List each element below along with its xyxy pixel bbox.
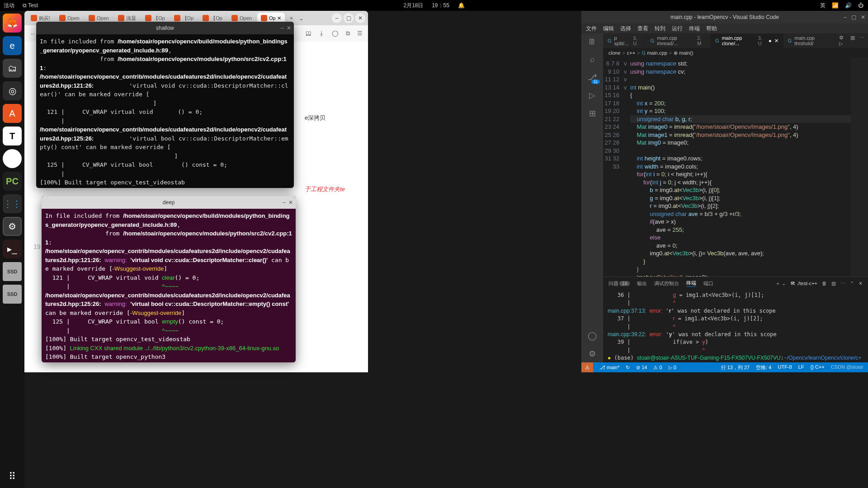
menu-item[interactable]: 编辑	[603, 25, 614, 33]
watermark: CSDN @stoair	[831, 364, 863, 371]
menu-icon[interactable]: ☰	[357, 30, 363, 37]
account-icon[interactable]: ◯	[588, 331, 597, 341]
disk2-icon[interactable]: SSD	[3, 285, 22, 304]
new-terminal-icon[interactable]: ＋ ⌄	[775, 280, 786, 287]
extensions-icon[interactable]: ⊞	[589, 108, 596, 118]
text-editor-icon[interactable]: T	[3, 127, 22, 145]
extension-icon[interactable]: ⧉	[346, 30, 350, 37]
language-mode[interactable]: {} C++	[811, 364, 825, 371]
menu-item[interactable]: 帮助	[706, 25, 717, 33]
editor-tab[interactable]: G main.cpp imread/... 2, M	[646, 33, 711, 48]
tab-overflow-icon[interactable]: ⌄	[299, 15, 304, 22]
baidu-netdisk-icon[interactable]: ☁	[3, 149, 22, 168]
explorer-icon[interactable]: 🗎	[588, 37, 596, 47]
minimize-button[interactable]: –	[844, 14, 847, 20]
window-title: main.cpp - learnOpencv - Visual Studio C…	[670, 14, 779, 20]
rhythmbox-icon[interactable]: ◎	[3, 81, 22, 100]
run-icon[interactable]: ⚙ ▷	[839, 35, 846, 47]
term-min-icon[interactable]: –	[281, 25, 284, 31]
remote-indicator[interactable]: ⚠	[581, 362, 593, 372]
maximize-button[interactable]: ▢	[851, 14, 856, 20]
error-count[interactable]: ⊘ 14	[636, 365, 647, 371]
terminal-title: shallow	[156, 25, 174, 31]
download-icon[interactable]: ⭳	[319, 30, 325, 37]
volume-icon[interactable]: 🔊	[845, 2, 852, 9]
tab-terminal[interactable]: 终端	[686, 280, 696, 287]
term-min-icon[interactable]: –	[283, 199, 286, 206]
pycharm-icon[interactable]: PC	[3, 172, 22, 191]
search-icon[interactable]: ⌕	[590, 55, 595, 64]
menu-item[interactable]: 查看	[637, 25, 648, 33]
editor-tabs: G p split/... 3, UG main.cpp imread/... …	[603, 33, 868, 48]
split-terminal-icon[interactable]: ▥	[831, 281, 836, 286]
status-bar: ⚠ ⎇ main* ↻ ⊘ 14 ⚠ 0 ▷ 0 行 13，列 27 空格: 4…	[581, 362, 868, 372]
ubuntu-software-icon[interactable]: A	[3, 104, 22, 123]
sync-icon[interactable]: ↻	[626, 365, 630, 371]
vscode-icon[interactable]: ⋮⋮	[3, 194, 22, 213]
back-button[interactable]: ←	[30, 30, 36, 37]
tab-output[interactable]: 输出	[637, 280, 647, 287]
new-tab-button[interactable]: ＋	[288, 14, 294, 22]
settings-icon[interactable]: ⚙	[3, 217, 22, 236]
menu-item[interactable]: 运行	[672, 25, 683, 33]
account-icon[interactable]: ◯	[332, 30, 339, 37]
editor-tab[interactable]: G p split/... 3, U	[603, 33, 646, 48]
bottom-panel: 问题14 输出 调试控制台 终端 端口 ＋ ⌄ 🛠 ./test-c++ 🗑 ▥…	[603, 277, 868, 362]
input-method[interactable]: 英	[820, 2, 826, 9]
menu-item[interactable]: 文件	[586, 25, 597, 33]
indent-status[interactable]: 空格: 4	[756, 364, 771, 371]
tab-problems[interactable]: 问题14	[609, 280, 630, 287]
editor-tab[interactable]: G main.cpp thrshold/	[783, 33, 835, 48]
eol-status[interactable]: LF	[798, 364, 804, 371]
trash-icon[interactable]: 🗑	[822, 281, 827, 286]
edge-icon[interactable]: e	[3, 36, 22, 55]
breadcrumb[interactable]: clone > c++ > G main.cpp > ⊕ main()	[603, 48, 868, 58]
code-editor[interactable]: 6 7 8 9 10 11 12 13 14 15 16 17 18 19 20…	[603, 58, 868, 277]
tab-ports[interactable]: 端口	[703, 280, 713, 287]
kill-terminal-icon[interactable]: ⋯	[840, 281, 845, 286]
activities-button[interactable]: 活动	[4, 2, 14, 9]
menu-item[interactable]: 终端	[689, 25, 700, 33]
line-number: 19	[33, 243, 41, 250]
minimap[interactable]	[851, 58, 868, 277]
encoding-status[interactable]: UTF-8	[778, 364, 792, 371]
term-close-icon[interactable]: ✕	[287, 25, 291, 31]
notification-icon: 🔔	[458, 2, 465, 9]
cursor-position[interactable]: 行 13，列 27	[721, 364, 750, 371]
minimize-button[interactable]: –	[332, 13, 342, 23]
split-editor-icon[interactable]: ▥	[850, 35, 855, 47]
reader-icon[interactable]: 🕮	[306, 30, 311, 37]
menu-item[interactable]: 选择	[620, 25, 631, 33]
close-panel-icon[interactable]: ✕	[859, 281, 863, 286]
settings-gear-icon[interactable]: ⚙	[589, 349, 596, 359]
source-control-icon[interactable]: ⎇	[588, 72, 597, 82]
menu-bar[interactable]: 文件编辑选择查看转到运行终端帮助	[581, 23, 868, 33]
clock[interactable]: 2月18日 19：55 🔔	[403, 2, 464, 9]
play-count[interactable]: ▷ 0	[669, 365, 676, 371]
app-menu[interactable]: ⧉ Test	[23, 2, 38, 9]
wifi-icon[interactable]: 📶	[832, 2, 839, 9]
terminal-icon[interactable]: ▸_	[3, 239, 22, 258]
menu-item[interactable]: 转到	[655, 25, 665, 33]
close-button[interactable]: ✕	[861, 14, 865, 20]
close-button[interactable]: ✕	[355, 13, 365, 23]
gnome-top-panel: 活动 ⧉ Test 2月18日 19：55 🔔 英 📶 🔊 ⏻	[0, 0, 868, 11]
more-icon[interactable]: ⋯	[859, 35, 864, 47]
terminal-deep: deep –✕ In file included from /home/stoa…	[42, 196, 296, 362]
show-apps-icon[interactable]: ⠿	[9, 471, 16, 483]
disk1-icon[interactable]: SSD	[3, 262, 22, 281]
editor-tab[interactable]: G main.cpp clone/... 3, U ● ✕	[711, 33, 783, 48]
tab-debug-console[interactable]: 调试控制台	[654, 280, 679, 287]
run-debug-icon[interactable]: ▷	[589, 90, 595, 100]
power-icon[interactable]: ⏻	[858, 2, 863, 9]
maximize-panel-icon[interactable]: ⌃	[850, 281, 854, 286]
git-branch[interactable]: ⎇ main*	[599, 365, 619, 371]
term-close-icon[interactable]: ✕	[288, 199, 293, 206]
terminal-output[interactable]: 36 | g = img1.at<Vec3b>(i, j)[1]; | ^ ma…	[603, 290, 868, 362]
firefox-icon[interactable]: 🦊	[3, 14, 22, 33]
gnome-dock: 🦊 e 🗂 ◎ A T ☁ PC ⋮⋮ ⚙ ▸_ SSD SSD ⠿	[0, 11, 24, 488]
files-icon[interactable]: 🗂	[3, 59, 22, 78]
activity-bar: 🗎 ⌕ ⎇ ▷ ⊞ ◯ ⚙	[581, 33, 603, 362]
maximize-button[interactable]: ▢	[344, 13, 354, 23]
warning-count[interactable]: ⚠ 0	[653, 365, 662, 371]
